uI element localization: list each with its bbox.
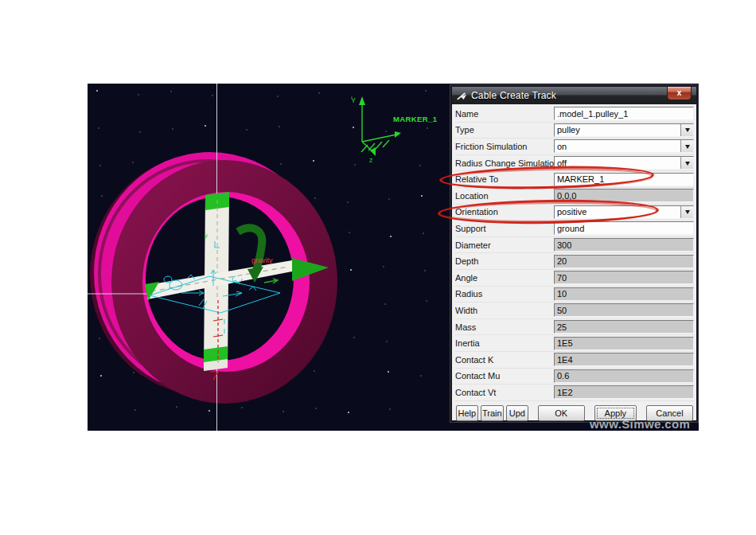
field-label-radius-change-simulation: Radius Change Simulation xyxy=(455,158,554,168)
field-value-contact-vt: 1E2 xyxy=(557,388,573,397)
field-label-width: Width xyxy=(455,306,554,315)
field-value-angle: 70 xyxy=(557,273,567,283)
field-row-mass: Mass25 xyxy=(455,319,694,336)
field-label-radius: Radius xyxy=(455,289,554,299)
field-angle: 70 xyxy=(554,271,694,284)
field-row-type: Typepulley xyxy=(455,123,694,139)
field-value-location: 0,0,0 xyxy=(557,191,576,201)
gravity-label: gravity xyxy=(251,256,273,264)
field-row-contact-k: Contact K1E4 xyxy=(455,352,694,369)
field-label-relative-to: Relative To xyxy=(455,174,554,184)
field-value-radius-change-simulation: off xyxy=(557,158,567,168)
field-label-mass: Mass xyxy=(455,322,554,332)
field-support[interactable]: ground xyxy=(554,221,694,235)
field-label-diameter: Diameter xyxy=(455,240,554,250)
field-row-radius: Radius10 xyxy=(455,287,694,303)
field-value-relative-to: MARKER_1 xyxy=(557,174,604,184)
field-contact-k: 1E4 xyxy=(554,353,694,366)
field-label-support: Support xyxy=(455,224,554,233)
field-value-orientation: positive xyxy=(557,207,586,217)
field-row-width: Width50 xyxy=(455,303,694,319)
screenshot-canvas: gravity y Y z MARKER_1 xyxy=(0,0,756,535)
marker1-label: MARKER_1 xyxy=(393,115,438,123)
bar-y-label: y xyxy=(205,232,208,239)
field-label-depth: Depth xyxy=(455,256,554,266)
field-value-support: ground xyxy=(557,224,584,233)
help-button[interactable]: Help xyxy=(456,405,478,421)
close-button[interactable]: x xyxy=(667,87,692,100)
train-button[interactable]: Train xyxy=(481,405,505,421)
field-label-inertia: Inertia xyxy=(455,338,554,348)
field-name[interactable]: .model_1.pulley_1 xyxy=(554,107,694,120)
field-contact-mu: 0.6 xyxy=(554,369,694,383)
field-label-friction-simulation: Friction Simulation xyxy=(455,142,554,151)
field-mass: 25 xyxy=(554,320,694,334)
field-value-friction-simulation: on xyxy=(557,142,567,151)
triad-z-label: z xyxy=(369,156,373,164)
dropdown-arrow-icon[interactable] xyxy=(680,140,693,152)
field-value-width: 50 xyxy=(557,306,567,315)
field-contact-vt: 1E2 xyxy=(554,385,694,399)
dropdown-arrow-icon[interactable] xyxy=(680,206,693,218)
dropdown-arrow-icon[interactable] xyxy=(680,157,693,169)
field-radius-change-simulation[interactable]: off xyxy=(554,156,694,170)
field-row-radius-change-simulation: Radius Change Simulationoff xyxy=(455,155,694,172)
field-orientation[interactable]: positive xyxy=(554,205,694,219)
field-radius: 10 xyxy=(554,287,694,301)
field-relative-to[interactable]: MARKER_1 xyxy=(554,173,694,186)
field-inertia: 1E5 xyxy=(554,337,694,350)
cable-create-track-dialog: Cable Create Track x Name.model_1.pulley… xyxy=(450,85,698,422)
field-row-angle: Angle70 xyxy=(455,270,694,287)
apply-button[interactable]: Apply xyxy=(594,405,637,421)
field-friction-simulation[interactable]: on xyxy=(554,139,694,153)
app-icon xyxy=(456,91,467,101)
triad-y-label: Y xyxy=(351,96,356,104)
ok-button[interactable]: OK xyxy=(538,405,585,421)
field-row-support: Supportground xyxy=(455,221,694,237)
field-value-radius: 10 xyxy=(557,289,567,299)
marker-triad xyxy=(359,96,401,156)
field-row-depth: Depth20 xyxy=(455,253,694,270)
field-row-diameter: Diameter300 xyxy=(455,237,694,254)
field-diameter: 300 xyxy=(554,238,694,252)
field-label-angle: Angle xyxy=(455,273,554,283)
field-label-name: Name xyxy=(455,109,554,119)
field-label-location: Location xyxy=(455,191,554,201)
dialog-body: Name.model_1.pulley_1TypepulleyFriction … xyxy=(452,104,696,421)
field-label-orientation: Orientation xyxy=(455,207,554,217)
field-location: 0,0,0 xyxy=(554,189,694,202)
field-label-contact-mu: Contact Mu xyxy=(455,371,554,381)
field-row-contact-vt: Contact Vt1E2 xyxy=(455,385,694,401)
dialog-titlebar[interactable]: Cable Create Track x xyxy=(452,87,696,104)
field-row-relative-to: Relative ToMARKER_1 xyxy=(455,171,694,188)
close-icon: x xyxy=(677,88,682,97)
field-value-contact-mu: 0.6 xyxy=(557,371,569,381)
field-label-type: Type xyxy=(455,125,554,135)
field-value-mass: 25 xyxy=(557,322,567,332)
dropdown-arrow-icon[interactable] xyxy=(680,124,693,136)
field-value-name: .model_1.pulley_1 xyxy=(557,109,628,119)
field-width: 50 xyxy=(554,303,694,317)
field-row-friction-simulation: Friction Simulationon xyxy=(455,139,694,155)
cancel-button[interactable]: Cancel xyxy=(646,405,693,421)
field-row-contact-mu: Contact Mu0.6 xyxy=(455,369,694,385)
field-row-inertia: Inertia1E5 xyxy=(455,335,694,352)
upd-button[interactable]: Upd xyxy=(506,405,528,421)
field-row-location: Location0,0,0 xyxy=(455,188,694,205)
field-value-depth: 20 xyxy=(557,256,567,266)
field-value-inertia: 1E5 xyxy=(557,338,573,348)
field-label-contact-vt: Contact Vt xyxy=(455,388,554,397)
field-value-diameter: 300 xyxy=(557,240,571,250)
field-label-contact-k: Contact K xyxy=(455,355,554,365)
dialog-button-row: Help Train Upd OK Apply Cancel xyxy=(455,405,694,421)
field-depth: 20 xyxy=(554,255,694,268)
field-row-name: Name.model_1.pulley_1 xyxy=(455,106,694,123)
dialog-title: Cable Create Track xyxy=(471,90,556,101)
field-value-type: pulley xyxy=(557,125,580,135)
field-row-orientation: Orientationpositive xyxy=(455,205,694,221)
field-type[interactable]: pulley xyxy=(554,123,694,137)
field-value-contact-k: 1E4 xyxy=(557,355,573,365)
